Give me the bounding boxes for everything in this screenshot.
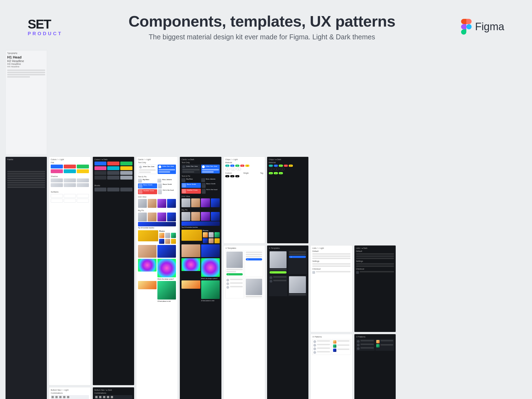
typo-h4: H4 Headline <box>7 65 45 68</box>
lists-patterns-light: ② Patterns <box>311 334 352 399</box>
page-subtitle: The biggest material design kit ever mad… <box>129 33 395 41</box>
colors-dark-card: Colors / ● Dark Blocks <box>93 157 134 385</box>
header: SET PRODUCT Components, templates, UX pa… <box>0 0 532 47</box>
figma-word: Figma <box>475 21 504 33</box>
lists-patterns-dark: ② Patterns <box>354 334 396 399</box>
typography-card: Typography H1 Head H2 Headline H3 Headli… <box>6 50 47 155</box>
colors-light-label: Colors / ○ Light <box>51 158 89 160</box>
colors-dark-label: Colors / ● Dark <box>94 158 132 160</box>
brand-figma: Figma <box>461 19 504 34</box>
brand-setproduct: SET PRODUCT <box>28 17 63 37</box>
brand-set-word: SET <box>28 17 51 32</box>
typo-h2: H2 Headline <box>7 59 45 63</box>
chips-templates-light: ① Templates ✓ ● <box>224 245 265 399</box>
lists-dark-card: Lists / ● Dark Default Settings Checkout <box>354 245 396 332</box>
bottomnav-dark-card: Bottom Nav / ● Dark Combinations ① Templ… <box>93 387 134 399</box>
cards-light-card: Cards / ○ Light Text Only Julian San Jos… <box>136 157 178 399</box>
brand-product-word: PRODUCT <box>28 31 63 37</box>
cards-dark-card: Cards / ● Dark Text Only Julian San Jose… <box>180 157 221 399</box>
header-center: Components, templates, UX patterns The b… <box>129 12 395 41</box>
colors-light-card: Colors / ○ Light Flat Shadow Surfaces <box>49 157 90 385</box>
bottomnav-light-card: Bottom Nav / ○ Light Combinations ① Temp… <box>49 387 90 399</box>
figma-icon <box>461 19 472 34</box>
chips-templates-dark: ① Templates ✓ ● <box>267 245 308 399</box>
chips-dark-card: Chips / ● Dark Material ●●●●● ○○○ ●●● <box>267 157 308 243</box>
artboard-grid: Palette Typography H1 Head H2 Headline H… <box>0 47 532 399</box>
chips-light-card: Chips / ○ Light Material ●●●●● ○○○ Custo… <box>224 157 265 243</box>
lists-light-card: Lists / ○ Light Default Settings Checkou… <box>311 245 352 332</box>
page-title: Components, templates, UX patterns <box>129 12 395 30</box>
typo-h3: H3 Headline <box>7 63 45 65</box>
typo-h1: H1 Head <box>7 55 45 59</box>
palette-strip: Palette <box>6 157 47 399</box>
